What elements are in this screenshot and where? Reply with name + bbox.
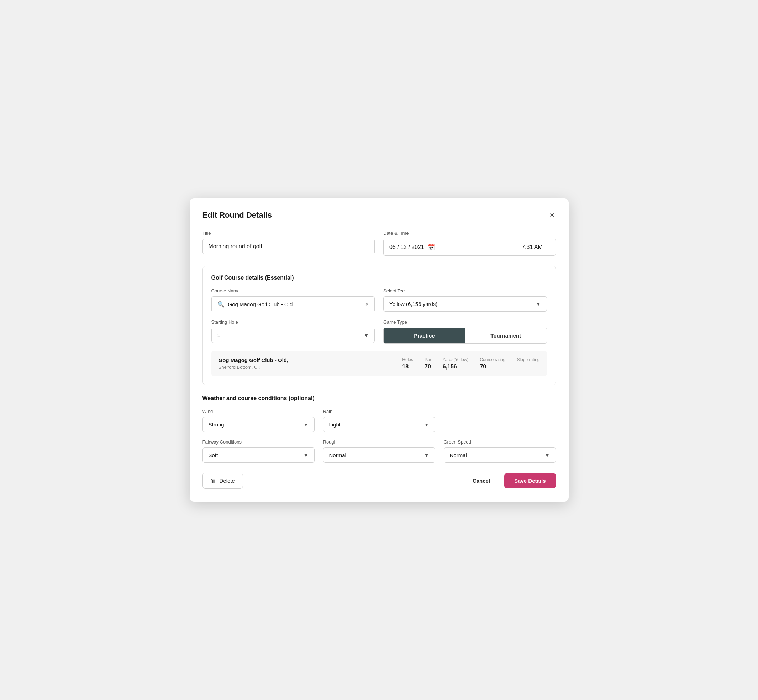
fairway-label: Fairway Conditions: [202, 439, 315, 445]
rough-dropdown[interactable]: Normal ▼: [323, 447, 435, 463]
select-tee-value: Yellow (6,156 yards): [389, 301, 437, 307]
modal-header: Edit Round Details ×: [202, 210, 556, 220]
title-input[interactable]: [202, 239, 375, 254]
yards-label: Yards(Yellow): [443, 357, 469, 362]
chevron-down-icon: ▼: [304, 422, 309, 428]
fairway-group: Fairway Conditions Soft ▼: [202, 439, 315, 463]
green-speed-group: Green Speed Normal ▼: [444, 439, 556, 463]
search-icon: 🔍: [218, 301, 224, 308]
course-info-location: Shelford Bottom, UK: [219, 364, 391, 370]
par-value: 70: [424, 364, 431, 370]
rough-value: Normal: [329, 452, 346, 458]
course-rating-stat: Course rating 70: [480, 357, 505, 370]
datetime-field-group: Date & Time 05 / 12 / 2021 📅 7:31 AM: [383, 230, 556, 256]
fairway-value: Soft: [208, 452, 218, 458]
par-stat: Par 70: [424, 357, 431, 370]
course-rating-label: Course rating: [480, 357, 505, 362]
date-value: 05 / 12 / 2021: [389, 244, 424, 250]
starting-hole-dropdown[interactable]: 1 ▼: [211, 328, 375, 343]
calendar-icon: 📅: [427, 243, 435, 251]
golf-course-section-title: Golf Course details (Essential): [211, 275, 547, 281]
green-speed-label: Green Speed: [444, 439, 556, 445]
rain-dropdown[interactable]: Light ▼: [323, 417, 435, 432]
rain-group: Rain Light ▼: [323, 409, 435, 432]
wind-dropdown[interactable]: Strong ▼: [202, 417, 315, 432]
modal-title: Edit Round Details: [202, 211, 272, 220]
close-button[interactable]: ×: [548, 210, 556, 220]
datetime-label: Date & Time: [383, 230, 556, 236]
green-speed-value: Normal: [450, 452, 467, 458]
chevron-down-icon: ▼: [424, 422, 429, 428]
golf-course-section: Golf Course details (Essential) Course N…: [202, 266, 556, 385]
course-name-input-wrapper[interactable]: 🔍 Gog Magog Golf Club - Old ×: [211, 296, 375, 312]
chevron-down-icon: ▼: [424, 452, 429, 458]
wind-label: Wind: [202, 409, 315, 414]
yards-value: 6,156: [443, 364, 457, 370]
chevron-down-icon: ▼: [536, 301, 541, 307]
top-row: Title Date & Time 05 / 12 / 2021 📅 7:31 …: [202, 230, 556, 256]
holes-stat: Holes 18: [402, 357, 413, 370]
holes-value: 18: [402, 364, 409, 370]
holes-label: Holes: [402, 357, 413, 362]
course-name-label: Course Name: [211, 288, 375, 294]
cancel-button[interactable]: Cancel: [467, 473, 496, 488]
delete-label: Delete: [219, 478, 235, 484]
slope-rating-label: Slope rating: [517, 357, 539, 362]
course-rating-value: 70: [480, 364, 486, 370]
title-field-group: Title: [202, 230, 375, 256]
starting-hole-value: 1: [218, 332, 220, 338]
course-name-value: Gog Magog Golf Club - Old: [228, 301, 365, 307]
save-button[interactable]: Save Details: [504, 473, 556, 488]
chevron-down-icon: ▼: [364, 333, 369, 338]
clear-icon[interactable]: ×: [365, 301, 369, 308]
practice-button[interactable]: Practice: [384, 328, 465, 343]
chevron-down-icon: ▼: [304, 452, 309, 458]
select-tee-label: Select Tee: [383, 288, 547, 294]
slope-rating-value: -: [517, 364, 518, 370]
hole-gametype-row: Starting Hole 1 ▼ Game Type Practice Tou…: [211, 319, 547, 344]
wind-group: Wind Strong ▼: [202, 409, 315, 432]
wind-value: Strong: [208, 422, 224, 428]
footer-right: Cancel Save Details: [467, 473, 556, 488]
edit-round-modal: Edit Round Details × Title Date & Time 0…: [190, 198, 568, 502]
tournament-button[interactable]: Tournament: [465, 328, 547, 343]
rough-group: Rough Normal ▼: [323, 439, 435, 463]
course-name-group: Course Name 🔍 Gog Magog Golf Club - Old …: [211, 288, 375, 312]
conditions-row: Fairway Conditions Soft ▼ Rough Normal ▼…: [202, 439, 556, 463]
game-type-group: Game Type Practice Tournament: [383, 319, 547, 344]
game-type-toggle: Practice Tournament: [383, 328, 547, 344]
weather-section-title: Weather and course conditions (optional): [202, 395, 556, 402]
date-time-wrapper: 05 / 12 / 2021 📅 7:31 AM: [383, 239, 556, 256]
title-label: Title: [202, 230, 375, 236]
yards-stat: Yards(Yellow) 6,156: [443, 357, 469, 370]
trash-icon: 🗑: [211, 478, 216, 484]
chevron-down-icon: ▼: [545, 452, 550, 458]
time-field[interactable]: 7:31 AM: [509, 239, 556, 255]
course-name-block: Gog Magog Golf Club - Old, Shelford Bott…: [219, 357, 391, 370]
fairway-dropdown[interactable]: Soft ▼: [202, 447, 315, 463]
time-value: 7:31 AM: [522, 244, 543, 250]
slope-rating-stat: Slope rating -: [517, 357, 539, 370]
select-tee-group: Select Tee Yellow (6,156 yards) ▼: [383, 288, 547, 312]
spacer: [444, 409, 556, 432]
weather-section: Weather and course conditions (optional)…: [202, 395, 556, 463]
wind-rain-row: Wind Strong ▼ Rain Light ▼: [202, 409, 556, 432]
starting-hole-label: Starting Hole: [211, 319, 375, 325]
course-info-name: Gog Magog Golf Club - Old,: [219, 357, 391, 363]
course-info-box: Gog Magog Golf Club - Old, Shelford Bott…: [211, 351, 547, 376]
par-label: Par: [424, 357, 431, 362]
rain-value: Light: [329, 422, 341, 428]
date-field[interactable]: 05 / 12 / 2021 📅: [384, 239, 509, 255]
green-speed-dropdown[interactable]: Normal ▼: [444, 447, 556, 463]
select-tee-dropdown[interactable]: Yellow (6,156 yards) ▼: [383, 296, 547, 312]
rough-label: Rough: [323, 439, 435, 445]
footer-row: 🗑 Delete Cancel Save Details: [202, 473, 556, 489]
delete-button[interactable]: 🗑 Delete: [202, 473, 243, 489]
starting-hole-group: Starting Hole 1 ▼: [211, 319, 375, 344]
course-tee-row: Course Name 🔍 Gog Magog Golf Club - Old …: [211, 288, 547, 312]
rain-label: Rain: [323, 409, 435, 414]
game-type-label: Game Type: [383, 319, 547, 325]
